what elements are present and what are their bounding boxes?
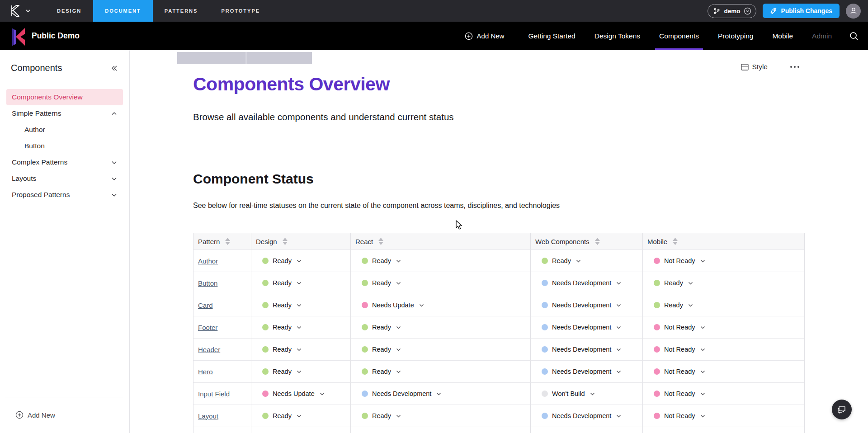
sidebar: Components Components OverviewSimple Pat…: [0, 50, 130, 433]
user-avatar[interactable]: [846, 4, 861, 19]
status-cell-mobile: Ready: [643, 294, 804, 316]
sidebar-item-author[interactable]: Author: [6, 122, 123, 138]
sort-icon[interactable]: [283, 238, 288, 245]
status-select-mobile-hero[interactable]: Not Ready: [654, 368, 706, 375]
chevron-down-icon: [395, 413, 402, 419]
sidebar-add-new-button[interactable]: Add New: [15, 407, 55, 423]
status-dot: [362, 280, 368, 286]
status-select-design-hero[interactable]: Ready: [262, 368, 302, 375]
sidebar-item-components-overview[interactable]: Components Overview: [6, 89, 123, 105]
style-button[interactable]: Style: [741, 63, 768, 71]
status-select-mobile-layout[interactable]: Not Ready: [654, 412, 706, 419]
status-dot: [362, 391, 368, 397]
pattern-link-button[interactable]: Button: [198, 279, 217, 287]
pattern-link-author[interactable]: Author: [198, 257, 218, 265]
status-dot: [654, 413, 660, 419]
status-select-web-components-card[interactable]: Needs Development: [542, 301, 622, 309]
header-nav-mobile[interactable]: Mobile: [772, 22, 793, 50]
status-select-react-header[interactable]: Ready: [362, 346, 402, 353]
header-nav-admin[interactable]: Admin: [812, 22, 832, 50]
skeleton-placeholder: [177, 52, 312, 64]
status-select-web-components-author[interactable]: Ready: [542, 257, 582, 264]
status-select-react-layout[interactable]: Ready: [362, 412, 402, 419]
pattern-link-card[interactable]: Card: [198, 301, 213, 309]
chevron-down-icon: [111, 159, 118, 166]
chevron-down-icon: [435, 391, 442, 397]
sort-icon[interactable]: [378, 238, 383, 245]
status-select-design-card[interactable]: Ready: [262, 301, 302, 309]
site-logo[interactable]: Public Demo: [0, 26, 80, 47]
search-button[interactable]: [849, 31, 859, 41]
chat-button[interactable]: [832, 400, 852, 419]
status-cell-web-components: Needs Development: [531, 361, 643, 383]
chevron-down-icon: [296, 258, 302, 264]
chevron-down-icon: [615, 302, 622, 309]
status-select-web-components-hero[interactable]: Needs Development: [542, 368, 622, 375]
sort-icon[interactable]: [595, 238, 600, 245]
pattern-link-hero[interactable]: Hero: [198, 368, 213, 376]
appbar-tab-patterns[interactable]: PATTERNS: [153, 0, 210, 22]
status-select-react-input-field[interactable]: Needs Development: [362, 390, 442, 397]
sidebar-item-button[interactable]: Button: [6, 138, 123, 154]
status-select-web-components-header[interactable]: Needs Development: [542, 346, 622, 353]
status-select-web-components-footer[interactable]: Needs Development: [542, 324, 622, 331]
chevron-down-icon: [418, 302, 425, 309]
status-select-design-button[interactable]: Ready: [262, 279, 302, 287]
sidebar-collapse-button[interactable]: [110, 65, 118, 72]
workspace-chevron-down-icon[interactable]: [25, 8, 31, 14]
appbar-tab-document[interactable]: DOCUMENT: [93, 0, 153, 22]
pattern-link-header[interactable]: Header: [198, 346, 220, 353]
pattern-cell: Button: [193, 272, 251, 294]
status-select-mobile-button[interactable]: Ready: [654, 279, 694, 287]
status-dot: [262, 280, 269, 286]
pattern-link-layout[interactable]: Layout: [198, 412, 218, 420]
status-select-mobile-author[interactable]: Not Ready: [654, 257, 706, 264]
status-select-mobile-card[interactable]: Ready: [654, 301, 694, 309]
status-select-design-header[interactable]: Ready: [262, 346, 302, 353]
status-select-design-footer[interactable]: Ready: [262, 324, 302, 331]
status-select-mobile-footer[interactable]: Not Ready: [654, 324, 706, 331]
status-select-mobile-input-field[interactable]: Not Ready: [654, 390, 706, 397]
status-select-react-button[interactable]: Ready: [362, 279, 402, 287]
sidebar-item-proposed-patterns[interactable]: Proposed Patterns: [6, 187, 123, 203]
header-nav-design-tokens[interactable]: Design Tokens: [594, 22, 640, 50]
status-label: Won't Build: [552, 390, 585, 397]
plus-circle-icon: [465, 32, 473, 40]
sort-icon[interactable]: [225, 238, 230, 245]
status-label: Ready: [372, 324, 391, 331]
header-nav-components[interactable]: Components: [659, 22, 699, 50]
appbar-tab-design[interactable]: DESIGN: [45, 0, 93, 22]
status-select-design-layout[interactable]: Ready: [262, 412, 302, 419]
status-cell-react: Ready: [351, 361, 531, 383]
header-nav-prototyping[interactable]: Prototyping: [718, 22, 753, 50]
status-select-web-components-input-field[interactable]: Won't Build: [542, 390, 596, 397]
sidebar-item-complex-patterns[interactable]: Complex Patterns: [6, 154, 123, 170]
status-select-design-input-field[interactable]: Needs Update: [262, 390, 326, 397]
table-row: HeroReadyReadyNeeds DevelopmentNot Ready: [193, 361, 804, 383]
status-select-react-hero[interactable]: Ready: [362, 368, 402, 375]
status-select-react-author[interactable]: Ready: [362, 257, 402, 264]
more-options-button[interactable]: [788, 64, 801, 70]
status-cell-mobile: Not Ready: [643, 405, 804, 427]
pattern-link-input-field[interactable]: Input Field: [198, 390, 230, 398]
status-select-react-footer[interactable]: Ready: [362, 324, 402, 331]
pattern-link-footer[interactable]: Footer: [198, 324, 217, 331]
sort-icon[interactable]: [673, 238, 678, 245]
appbar-tab-prototype[interactable]: PROTOTYPE: [209, 0, 272, 22]
publish-changes-button[interactable]: Publish Changes: [763, 4, 840, 18]
status-select-design-author[interactable]: Ready: [262, 257, 302, 264]
status-cell-design: Ready: [251, 272, 351, 294]
status-select-mobile-header[interactable]: Not Ready: [654, 346, 706, 353]
branch-selector[interactable]: demo: [708, 4, 756, 18]
sidebar-item-simple-patterns[interactable]: Simple Patterns: [6, 105, 123, 122]
site-nav: Getting StartedDesign TokensComponentsPr…: [528, 22, 832, 50]
status-cell-design: Ready: [251, 316, 351, 339]
status-select-web-components-button[interactable]: Needs Development: [542, 279, 622, 287]
pattern-cell: Hero: [193, 361, 251, 383]
knapsack-logo-icon[interactable]: [8, 4, 22, 18]
sidebar-item-layouts[interactable]: Layouts: [6, 170, 123, 187]
status-select-web-components-layout[interactable]: Needs Development: [542, 412, 622, 419]
header-add-new-button[interactable]: Add New: [465, 32, 505, 40]
status-select-react-card[interactable]: Needs Update: [362, 301, 425, 309]
header-nav-getting-started[interactable]: Getting Started: [528, 22, 575, 50]
